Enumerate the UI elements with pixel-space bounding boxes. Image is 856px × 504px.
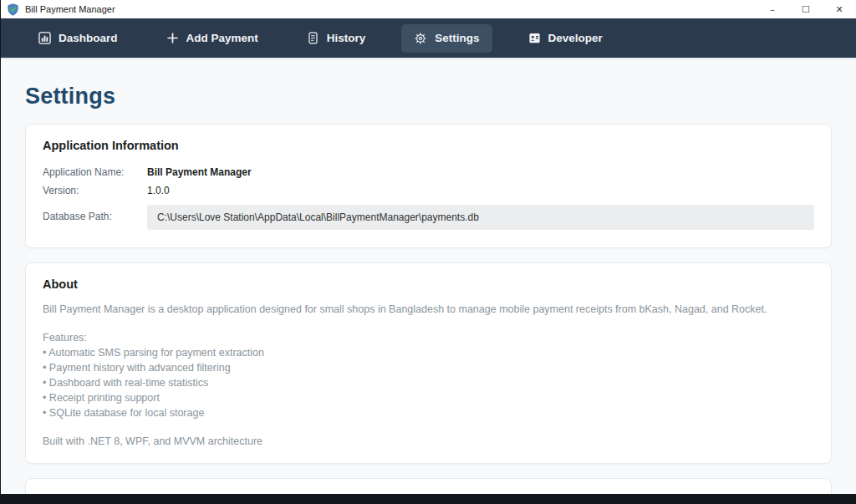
version-value: 1.0.0 [147, 185, 814, 196]
tab-dashboard[interactable]: Dashboard [26, 24, 130, 52]
tab-developer-label: Developer [548, 32, 603, 44]
about-card: About Bill Payment Manager is a desktop … [25, 262, 832, 464]
gear-icon [414, 32, 427, 45]
maximize-button[interactable]: ☐ [789, 0, 823, 18]
database-path-field[interactable]: C:\Users\Love Station\AppData\Local\Bill… [147, 205, 814, 230]
shield-check-app-icon [7, 3, 19, 16]
developer-badge-icon [528, 32, 541, 44]
database-path-label: Database Path: [43, 211, 147, 222]
dashboard-chart-icon [38, 32, 51, 44]
about-description: Bill Payment Manager is a desktop applic… [43, 302, 814, 317]
tab-settings[interactable]: Settings [401, 24, 492, 53]
feature-item: • Payment history with advanced filterin… [43, 360, 814, 375]
about-footer: Built with .NET 8, WPF, and MVVM archite… [43, 434, 814, 449]
application-information-card: Application Information Application Name… [25, 124, 832, 248]
application-name-value: Bill Payment Manager [147, 166, 814, 178]
tab-history-label: History [327, 32, 366, 44]
feature-item: • Receipt printing support [43, 390, 814, 405]
tab-dashboard-label: Dashboard [59, 32, 118, 44]
support-card: Support For technical support or inquiri… [25, 478, 832, 494]
close-button[interactable]: ✕ [823, 0, 856, 18]
version-row: Version: 1.0.0 [43, 181, 814, 200]
plus-icon [166, 32, 179, 44]
features-heading: Features: [43, 330, 814, 345]
history-scroll-icon [307, 32, 319, 44]
app-window: Bill Payment Manager – ☐ ✕ Dashboard Add… [1, 0, 856, 494]
application-name-label: Application Name: [43, 166, 147, 178]
tab-settings-label: Settings [435, 32, 479, 44]
database-path-row: Database Path: C:\Users\Love Station\App… [43, 200, 814, 233]
window-title: Bill Payment Manager [25, 4, 115, 14]
nav-bar: Dashboard Add Payment History Settings [1, 18, 856, 59]
feature-item: • Dashboard with real-time statistics [43, 375, 814, 390]
tab-developer[interactable]: Developer [516, 24, 615, 52]
desktop-background [0, 494, 856, 504]
settings-page: Settings Application Information Applica… [1, 59, 856, 494]
tab-add-payment[interactable]: Add Payment [154, 24, 271, 52]
tab-add-payment-label: Add Payment [186, 32, 258, 44]
feature-item: • SQLite database for local storage [43, 405, 814, 420]
version-label: Version: [43, 185, 147, 196]
title-bar: Bill Payment Manager – ☐ ✕ [1, 0, 856, 18]
tab-history[interactable]: History [294, 24, 379, 52]
about-title: About [43, 277, 814, 291]
application-information-title: Application Information [43, 139, 814, 152]
application-name-row: Application Name: Bill Payment Manager [43, 163, 814, 181]
page-title: Settings [25, 84, 832, 109]
feature-item: • Automatic SMS parsing for payment extr… [43, 345, 814, 360]
minimize-button[interactable]: – [756, 0, 789, 18]
window-controls: – ☐ ✕ [756, 0, 856, 18]
